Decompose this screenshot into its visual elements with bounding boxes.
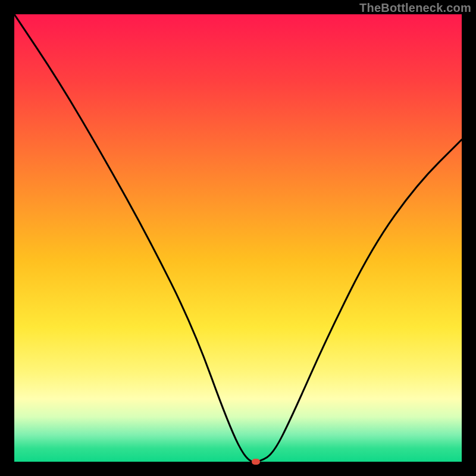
optimal-point-marker xyxy=(252,459,260,465)
chart-plot-area xyxy=(14,14,462,462)
chart-frame: TheBottleneck.com xyxy=(0,0,476,476)
attribution-text: TheBottleneck.com xyxy=(359,1,471,15)
